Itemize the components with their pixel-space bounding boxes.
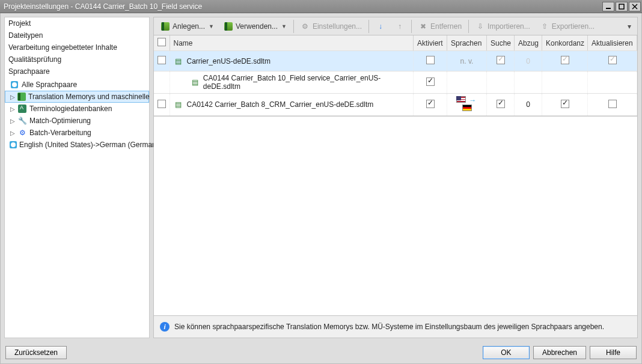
remove-icon: ✖ xyxy=(418,22,428,31)
separator xyxy=(368,20,369,33)
name-cell: ▤ CA0144 Carrier_Batch 10_Field service_… xyxy=(191,74,410,91)
window-title: Projekteinstellungen - CA0144 Carrier_Ba… xyxy=(4,2,202,11)
col-aktiviert[interactable]: Aktiviert xyxy=(414,35,447,51)
toolbar: Anlegen... ▼ Verwenden... ▼ ⚙ Einstellun… xyxy=(153,17,638,35)
sidebar-item-dateitypen[interactable]: Dateitypen xyxy=(5,29,149,41)
checkbox-aktualisieren[interactable] xyxy=(608,100,617,108)
anlegen-button[interactable]: Anlegen... ▼ xyxy=(156,20,218,33)
flag-us-icon xyxy=(456,96,466,103)
toolbar-overflow[interactable]: ▾ xyxy=(624,21,635,32)
tm-file-icon: ▤ xyxy=(174,100,183,109)
name-cell: ▤ CA0142 Carrier_Batch 8_CRM_Carrier_enU… xyxy=(174,100,410,109)
move-up-button[interactable]: ↑ xyxy=(391,20,409,33)
btn-label: Entfernen xyxy=(430,22,462,31)
wrench-icon: 🔧 xyxy=(17,116,27,126)
gear-icon: ⚙ xyxy=(301,22,310,31)
dialog-button-bar: Zurücksetzen OK Abbrechen Hilfe xyxy=(1,342,641,363)
close-button[interactable] xyxy=(629,2,641,11)
cancel-button[interactable]: Abbrechen xyxy=(533,346,586,359)
sidebar-tree: Alle Sprachpaare ▷ Translation Memorys u… xyxy=(5,77,149,152)
chevron-down-icon: ▼ xyxy=(209,23,214,29)
table-row[interactable]: ▤ CA0142 Carrier_Batch 8_CRM_Carrier_enU… xyxy=(154,94,637,116)
expand-icon[interactable]: ▷ xyxy=(10,130,15,136)
sidebar-item-sprachpaare[interactable]: Sprachpaare xyxy=(5,65,149,77)
row-name: CA0144 Carrier_Batch 10_Field service_Ca… xyxy=(203,74,409,91)
col-sprachen[interactable]: Sprachen xyxy=(447,35,487,51)
btn-label: Anlegen... xyxy=(173,22,205,31)
tm-file-icon: ▤ xyxy=(174,56,183,66)
col-abzug[interactable]: Abzug xyxy=(515,35,542,51)
checkbox-aktiviert[interactable] xyxy=(426,56,435,64)
lang-pair-icon xyxy=(10,140,17,150)
btn-label: Verwenden... xyxy=(236,22,278,31)
main-panel: Anlegen... ▼ Verwenden... ▼ ⚙ Einstellun… xyxy=(153,17,638,338)
checkbox-aktiviert[interactable] xyxy=(426,77,435,86)
ok-button[interactable]: OK xyxy=(483,346,530,359)
checkbox-konkordanz[interactable] xyxy=(561,100,569,108)
separator xyxy=(293,20,294,33)
importieren-button[interactable]: ⇩ Importieren... xyxy=(471,20,534,33)
col-konkordanz[interactable]: Konkordanz xyxy=(542,35,588,51)
checkbox-suche[interactable] xyxy=(497,56,505,64)
table-row[interactable]: ▤ CA0144 Carrier_Batch 10_Field service_… xyxy=(154,71,637,94)
verwenden-button[interactable]: Verwenden... ▼ xyxy=(219,20,291,33)
grid-empty-area xyxy=(153,117,638,316)
svg-rect-1 xyxy=(619,4,624,9)
name-cell: ▤ Carrier_enUS-deDE.sdltm xyxy=(174,56,410,66)
checkbox[interactable] xyxy=(157,38,166,46)
tree-tm[interactable]: ▷ Translation Memorys und maschinelle xyxy=(5,91,149,103)
tree-match[interactable]: ▷ 🔧 Match-Optimierung xyxy=(5,115,149,127)
sidebar-item-projekt[interactable]: Projekt xyxy=(5,17,149,29)
checkbox[interactable] xyxy=(157,56,166,64)
checkbox-suche[interactable] xyxy=(497,100,505,108)
tree-term[interactable]: ▷ Terminologiedatenbanken xyxy=(5,103,149,115)
grid-header-row: Name Aktiviert Sprachen Suche Abzug Konk… xyxy=(154,35,637,51)
row-name: Carrier_enUS-deDE.sdltm xyxy=(187,57,271,65)
chevron-down-icon: ▼ xyxy=(281,23,287,29)
info-icon: i xyxy=(160,322,170,332)
db-use-icon xyxy=(224,22,233,31)
checkbox-aktiviert[interactable] xyxy=(426,100,435,108)
title-bar: Projekteinstellungen - CA0144 Carrier_Ba… xyxy=(0,0,642,13)
tree-label: Terminologiedatenbanken xyxy=(29,105,112,113)
tree-label: Match-Optimierung xyxy=(29,117,91,125)
lang-pair-icon xyxy=(10,80,19,89)
expand-icon[interactable]: ▷ xyxy=(10,106,15,112)
expand-icon[interactable]: ▷ xyxy=(10,118,15,124)
tree-batch[interactable]: ▷ ⚙ Batch-Verarbeitung xyxy=(5,127,149,139)
maximize-button[interactable] xyxy=(616,2,628,11)
move-down-button[interactable]: ↓ xyxy=(371,20,390,33)
term-icon xyxy=(17,104,27,114)
sidebar-item-eingebettet[interactable]: Verarbeitung eingebetteter Inhalte xyxy=(5,41,149,53)
tree-all-lang[interactable]: Alle Sprachpaare xyxy=(5,79,149,91)
col-name[interactable]: Name xyxy=(170,35,414,51)
arrow-up-icon: ↑ xyxy=(395,22,405,31)
arrow-down-icon: ↓ xyxy=(376,22,385,31)
arrow-right-icon: → xyxy=(469,96,476,105)
sidebar: Projekt Dateitypen Verarbeitung eingebet… xyxy=(4,17,150,338)
tm-file-icon: ▤ xyxy=(191,77,200,87)
tree-pair-en-de[interactable]: English (United States)->German (German xyxy=(5,139,149,151)
info-bar: i Sie können sprachpaarspezifische Trans… xyxy=(153,316,638,338)
table-row[interactable]: ▤ Carrier_enUS-deDE.sdltm n. v. 0 xyxy=(154,51,637,71)
reset-button[interactable]: Zurücksetzen xyxy=(5,346,67,359)
cell-sprachen: n. v. xyxy=(447,51,487,71)
cell-abzug[interactable]: 0 xyxy=(515,94,542,116)
cell-abzug: 0 xyxy=(515,51,542,71)
checkbox[interactable] xyxy=(157,100,166,108)
checkbox-konkordanz[interactable] xyxy=(561,56,569,64)
expand-icon[interactable]: ▷ xyxy=(10,94,15,100)
separator xyxy=(411,20,412,33)
help-button[interactable]: Hilfe xyxy=(590,346,637,359)
einstellungen-button[interactable]: ⚙ Einstellungen... xyxy=(296,20,366,33)
sidebar-item-qualitaet[interactable]: Qualitätsprüfung xyxy=(5,53,149,65)
col-suche[interactable]: Suche xyxy=(487,35,515,51)
minimize-button[interactable] xyxy=(602,2,614,11)
flag-de-icon xyxy=(462,105,472,111)
info-text: Sie können sprachpaarspezifische Transla… xyxy=(174,323,604,331)
checkbox-aktualisieren[interactable] xyxy=(608,56,617,64)
col-select[interactable] xyxy=(154,35,170,51)
exportieren-button[interactable]: ⇧ Exportieren... xyxy=(536,20,599,33)
entfernen-button[interactable]: ✖ Entfernen xyxy=(414,20,466,33)
col-aktualisieren[interactable]: Aktualisieren xyxy=(588,35,637,51)
